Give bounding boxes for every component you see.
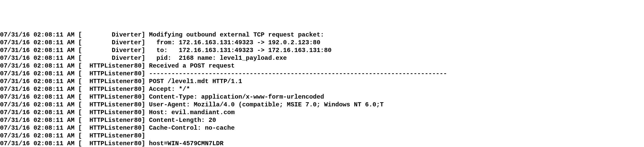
log-module: HTTPListener80 <box>82 70 141 77</box>
log-line: 07/31/16 02:08:11 AM [ HTTPListener80] C… <box>0 116 644 124</box>
bracket-left: [ <box>74 70 82 77</box>
bracket-left: [ <box>74 109 82 116</box>
log-line: 07/31/16 02:08:11 AM [ HTTPListener80] A… <box>0 85 644 93</box>
log-message: to: 172.16.163.131:49323 -> 172.16.163.1… <box>149 47 332 54</box>
bracket-right: ] <box>141 55 149 62</box>
bracket-right: ] <box>141 117 149 124</box>
log-module: Diverter <box>82 47 141 54</box>
log-timestamp: 07/31/16 02:08:11 AM <box>0 47 74 54</box>
log-line: 07/31/16 02:08:11 AM [ HTTPListener80] P… <box>0 78 644 85</box>
log-message: Host: evil.mandiant.com <box>149 109 235 116</box>
log-message: POST /level1.mdt HTTP/1.1 <box>149 78 242 85</box>
log-line: 07/31/16 02:08:11 AM [ HTTPListener80] h… <box>0 140 644 147</box>
log-module: HTTPListener80 <box>82 62 141 69</box>
log-module: Diverter <box>82 31 141 38</box>
bracket-left: [ <box>74 55 82 62</box>
bracket-right: ] <box>141 86 149 93</box>
log-line: 07/31/16 02:08:11 AM [ HTTPListener80] -… <box>0 70 644 78</box>
log-timestamp: 07/31/16 02:08:11 AM <box>0 55 74 62</box>
log-line: 07/31/16 02:08:11 AM [ HTTPListener80] C… <box>0 124 644 132</box>
bracket-left: [ <box>74 101 82 108</box>
bracket-right: ] <box>141 132 149 139</box>
bracket-right: ] <box>141 109 149 116</box>
bracket-right: ] <box>141 101 149 108</box>
log-timestamp: 07/31/16 02:08:11 AM <box>0 117 74 124</box>
bracket-right: ] <box>141 31 149 38</box>
log-message: Content-Type: application/x-www-form-url… <box>149 93 324 100</box>
log-message: Modifying outbound external TCP request … <box>149 31 324 38</box>
log-line: 07/31/16 02:08:11 AM [ Diverter] to: 172… <box>0 47 644 54</box>
bracket-left: [ <box>74 31 82 38</box>
log-message: Cache-Control: no-cache <box>149 124 235 131</box>
log-message: pid: 2168 name: level1_payload.exe <box>149 55 287 62</box>
log-timestamp: 07/31/16 02:08:11 AM <box>0 86 74 93</box>
log-timestamp: 07/31/16 02:08:11 AM <box>0 70 74 77</box>
log-message: Accept: */* <box>149 86 190 93</box>
log-module: Diverter <box>82 55 141 62</box>
bracket-right: ] <box>141 70 149 77</box>
bracket-left: [ <box>74 86 82 93</box>
bracket-left: [ <box>74 39 82 46</box>
log-module: HTTPListener80 <box>82 86 141 93</box>
bracket-left: [ <box>74 117 82 124</box>
log-module: HTTPListener80 <box>82 140 141 147</box>
log-output: 07/31/16 02:08:11 AM [ Diverter] Modifyi… <box>0 31 644 147</box>
bracket-right: ] <box>141 47 149 54</box>
log-timestamp: 07/31/16 02:08:11 AM <box>0 93 74 100</box>
bracket-left: [ <box>74 132 82 139</box>
log-module: HTTPListener80 <box>82 109 141 116</box>
log-timestamp: 07/31/16 02:08:11 AM <box>0 78 74 85</box>
log-timestamp: 07/31/16 02:08:11 AM <box>0 140 74 147</box>
bracket-right: ] <box>141 140 149 147</box>
log-timestamp: 07/31/16 02:08:11 AM <box>0 132 74 139</box>
log-message: Received a POST request <box>149 62 235 69</box>
log-message: Content-Length: 20 <box>149 117 216 124</box>
log-line: 07/31/16 02:08:11 AM [ Diverter] from: 1… <box>0 39 644 47</box>
log-timestamp: 07/31/16 02:08:11 AM <box>0 124 74 131</box>
log-message: host=WIN-4579CMN7LDR <box>149 140 223 147</box>
bracket-right: ] <box>141 62 149 69</box>
log-module: HTTPListener80 <box>82 93 141 100</box>
log-line: 07/31/16 02:08:11 AM [ HTTPListener80] U… <box>0 101 644 109</box>
log-module: HTTPListener80 <box>82 78 141 85</box>
log-line: 07/31/16 02:08:11 AM [ HTTPListener80] H… <box>0 109 644 116</box>
log-line: 07/31/16 02:08:11 AM [ Diverter] Modifyi… <box>0 31 644 39</box>
bracket-left: [ <box>74 124 82 131</box>
bracket-left: [ <box>74 78 82 85</box>
bracket-right: ] <box>141 124 149 131</box>
log-module: HTTPListener80 <box>82 101 141 108</box>
log-line: 07/31/16 02:08:11 AM [ HTTPListener80] R… <box>0 62 644 70</box>
log-timestamp: 07/31/16 02:08:11 AM <box>0 62 74 69</box>
bracket-left: [ <box>74 47 82 54</box>
log-message: ----------------------------------------… <box>149 70 447 77</box>
log-module: HTTPListener80 <box>82 132 141 139</box>
log-message: from: 172.16.163.131:49323 -> 192.0.2.12… <box>149 39 320 46</box>
log-timestamp: 07/31/16 02:08:11 AM <box>0 109 74 116</box>
log-module: Diverter <box>82 39 141 46</box>
log-line: 07/31/16 02:08:11 AM [ Diverter] pid: 21… <box>0 54 644 62</box>
log-timestamp: 07/31/16 02:08:11 AM <box>0 31 74 38</box>
bracket-left: [ <box>74 93 82 100</box>
bracket-left: [ <box>74 62 82 69</box>
log-module: HTTPListener80 <box>82 117 141 124</box>
log-timestamp: 07/31/16 02:08:11 AM <box>0 39 74 46</box>
log-module: HTTPListener80 <box>82 124 141 131</box>
log-line: 07/31/16 02:08:11 AM [ HTTPListener80] <box>0 132 644 140</box>
bracket-right: ] <box>141 39 149 46</box>
bracket-right: ] <box>141 78 149 85</box>
bracket-left: [ <box>74 140 82 147</box>
bracket-right: ] <box>141 93 149 100</box>
log-message: User-Agent: Mozilla/4.0 (compatible; MSI… <box>149 101 384 108</box>
log-timestamp: 07/31/16 02:08:11 AM <box>0 101 74 108</box>
log-line: 07/31/16 02:08:11 AM [ HTTPListener80] C… <box>0 93 644 101</box>
